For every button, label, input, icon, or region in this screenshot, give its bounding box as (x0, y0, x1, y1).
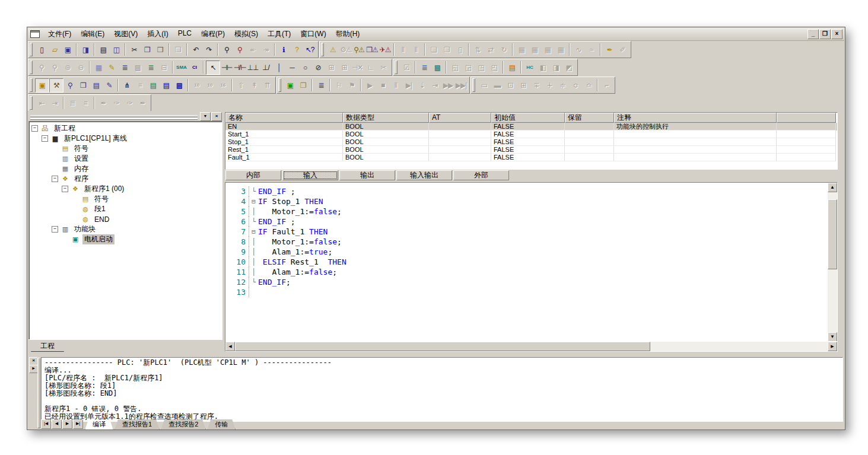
expander-icon[interactable]: − (52, 226, 58, 233)
vscroll-thumb[interactable] (828, 199, 837, 269)
new-or-contact-button[interactable]: ⊥⊥ (246, 61, 259, 74)
horizontal-splitter[interactable] (27, 352, 844, 357)
simulator-window-button[interactable]: ❐ (297, 79, 310, 92)
st-code-editor[interactable]: 3└END_IF ;4⊟IF Stop_1 THEN5│ Motor_1:=fa… (225, 182, 838, 352)
table-cell[interactable] (565, 146, 614, 154)
scroll-right-icon[interactable]: ▶ (828, 342, 837, 351)
select-tool-button[interactable]: ↖ (206, 61, 220, 75)
table-cell[interactable]: BOOL (343, 146, 429, 154)
menu-plc[interactable]: PLC (173, 28, 196, 40)
scroll-down-icon[interactable]: ▼ (828, 332, 837, 342)
tree-item-label[interactable]: 新工程 (52, 123, 77, 133)
table-cell[interactable] (777, 154, 836, 161)
tree-item[interactable]: −品新工程 (30, 123, 221, 133)
tree-item-label[interactable]: 段1 (93, 204, 107, 214)
code-view[interactable]: 3└END_IF ;4⊟IF Stop_1 THEN5│ Motor_1:=fa… (225, 183, 828, 342)
tree-item[interactable]: −▥功能块 (30, 224, 221, 234)
mnemonics-view-button[interactable]: SMA (175, 61, 188, 74)
code-line[interactable]: 8│ Motor_1:=false; (225, 237, 828, 247)
output-tab-3[interactable]: 查找报告2 (161, 419, 206, 430)
code-line[interactable]: 10│ ELSIF Rest_1 THEN (225, 257, 828, 267)
cut-button[interactable]: ✂ (128, 43, 141, 56)
table-cell[interactable] (777, 131, 836, 138)
table-cell[interactable] (429, 123, 491, 131)
toolbar-handle[interactable] (278, 78, 281, 92)
table-cell[interactable]: EN (225, 123, 343, 131)
table-cell[interactable] (429, 146, 491, 154)
new-horizontal-button[interactable]: ─ (285, 61, 298, 74)
toolbar-handle[interactable] (30, 78, 33, 92)
table-cell[interactable]: FALSE (491, 131, 565, 138)
protect-set-button[interactable]: ✒ (603, 43, 616, 56)
new-vertical-button[interactable]: │ (272, 61, 285, 74)
scroll-up-icon[interactable]: ▲ (828, 183, 837, 192)
new-contact-button[interactable]: ⊣⊢ (220, 61, 233, 74)
expander-icon[interactable]: − (31, 125, 38, 132)
tree-item[interactable]: ◍END (30, 214, 221, 224)
output-close-button[interactable]: × (29, 357, 38, 365)
address-reference-button[interactable]: ▤ (90, 79, 103, 92)
restore-button[interactable]: ❐ (819, 29, 831, 39)
column-header[interactable]: 名称 (225, 113, 343, 123)
table-cell[interactable] (614, 131, 777, 138)
minimize-button[interactable]: _ (807, 29, 819, 39)
tree-item[interactable]: −❖新程序1 (00) (30, 184, 221, 194)
menu-window[interactable]: 窗口(W) (295, 28, 330, 40)
tree-item-label[interactable]: 内存 (72, 164, 90, 174)
transfer-warning-button[interactable]: ❐⚠ (365, 43, 379, 56)
tree-dropdown-button[interactable]: ▼ (200, 112, 211, 121)
toolbar-handle[interactable] (472, 78, 475, 92)
tab-scroll-button[interactable]: ▶| (73, 419, 83, 429)
tree-item-label[interactable]: 新PLC1[CP1L] 离线 (62, 133, 129, 144)
code-line[interactable]: 12└END_IF; (225, 277, 828, 287)
code-line[interactable]: 11│ Alam_1:=false; (225, 267, 828, 277)
tree-item-label[interactable]: 功能块 (72, 224, 97, 234)
show-comments-button[interactable]: ≣ (118, 61, 131, 74)
print-preview-button[interactable]: ◫ (110, 43, 123, 56)
table-cell[interactable] (565, 138, 614, 146)
expander-icon[interactable]: − (52, 176, 58, 182)
code-line[interactable]: 9│ Alam_1:=true; (225, 247, 828, 257)
cross-reference-button[interactable]: ❐ (77, 79, 90, 92)
new-file-button[interactable]: ▯ (35, 43, 48, 56)
print-button[interactable]: ▤ (97, 43, 110, 56)
memory-view-button[interactable]: ▩ (173, 79, 186, 92)
code-line[interactable]: 6└END_IF ; (225, 217, 828, 227)
code-line[interactable]: 3└END_IF ; (225, 186, 828, 196)
table-cell[interactable] (565, 131, 614, 138)
about-button[interactable]: ℹ (277, 43, 290, 56)
table-cell[interactable]: FALSE (491, 138, 565, 146)
table-cell[interactable]: FALSE (491, 123, 565, 131)
io-comment-view-button[interactable]: ▤ (147, 79, 160, 92)
find-button[interactable]: ⚲ (220, 43, 233, 56)
table-cell[interactable]: Rest_1 (225, 146, 343, 154)
redo-button[interactable]: ↷ (202, 43, 215, 56)
replace-button[interactable]: ⚲ (233, 43, 246, 56)
page-setup-button[interactable]: ◨ (79, 43, 92, 56)
tree-item[interactable]: ▥设置 (30, 154, 221, 164)
ci-view-button[interactable]: CI (188, 61, 201, 74)
tree-item-label[interactable]: 程序 (72, 174, 90, 184)
output-tab-1[interactable]: 编译 (85, 419, 113, 430)
symbol-watch-button[interactable]: ▤ (505, 61, 519, 74)
output-panel-grip[interactable] (37, 358, 40, 428)
table-cell[interactable] (777, 146, 836, 154)
code-horizontal-scrollbar[interactable]: ◀ ▶ (225, 341, 837, 351)
tab-外部[interactable]: 外部 (453, 170, 509, 180)
tree-item[interactable]: ▤符号 (30, 194, 221, 204)
tree-item-label[interactable]: 设置 (72, 154, 90, 164)
output-tab-2[interactable]: 查找报告1 (115, 419, 160, 430)
send-changes-button[interactable]: ≣ (418, 61, 431, 74)
expander-icon[interactable]: − (62, 186, 68, 192)
table-row[interactable]: Rest_1BOOLFALSE (225, 146, 837, 154)
hscroll-thumb[interactable] (235, 342, 650, 351)
expander-icon[interactable]: − (42, 135, 48, 142)
column-header[interactable]: 保留 (565, 113, 614, 123)
tree-item-label[interactable]: 符号 (72, 144, 90, 154)
mdi-system-icon[interactable] (30, 30, 40, 38)
tab-scroll-button[interactable]: ▶ (62, 419, 72, 429)
table-row[interactable]: Start_1BOOLFALSE (225, 131, 837, 138)
hc-monitor-button[interactable]: HC (523, 61, 536, 74)
grid-toggle-button[interactable]: ▦ (92, 61, 105, 74)
menu-insert[interactable]: 插入(I) (142, 28, 173, 40)
